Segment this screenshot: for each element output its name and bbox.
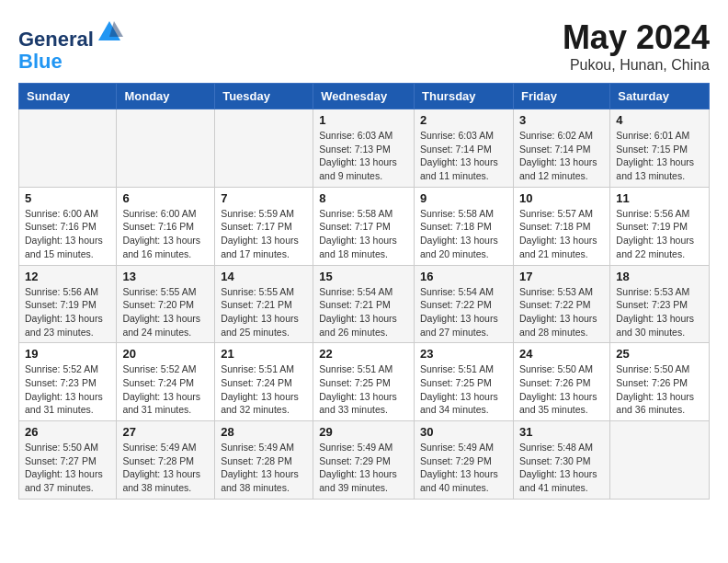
title-area: May 2024 Pukou, Hunan, China (563, 18, 710, 74)
day-number: 25 (616, 347, 703, 361)
day-number: 31 (519, 425, 604, 439)
day-info: Sunrise: 5:58 AMSunset: 7:18 PMDaylight:… (420, 207, 507, 261)
col-header-thursday: Thursday (415, 84, 514, 109)
day-number: 18 (616, 270, 703, 283)
day-info: Sunrise: 5:51 AMSunset: 7:24 PMDaylight:… (221, 362, 307, 417)
col-header-monday: Monday (117, 84, 215, 109)
day-info: Sunrise: 5:56 AMSunset: 7:19 PMDaylight:… (25, 285, 110, 339)
day-info: Sunrise: 5:58 AMSunset: 7:17 PMDaylight:… (319, 207, 408, 261)
day-info: Sunrise: 5:49 AMSunset: 7:28 PMDaylight:… (221, 441, 307, 495)
calendar-week-row: 1Sunrise: 6:03 AMSunset: 7:13 PMDaylight… (19, 109, 710, 188)
calendar-cell: 22Sunrise: 5:51 AMSunset: 7:25 PMDayligh… (313, 343, 415, 421)
calendar-cell: 21Sunrise: 5:51 AMSunset: 7:24 PMDayligh… (215, 343, 313, 421)
calendar-cell: 29Sunrise: 5:49 AMSunset: 7:29 PMDayligh… (313, 421, 415, 500)
day-info: Sunrise: 5:51 AMSunset: 7:25 PMDaylight:… (319, 362, 408, 417)
day-info: Sunrise: 6:03 AMSunset: 7:14 PMDaylight:… (420, 129, 507, 183)
calendar-cell: 13Sunrise: 5:55 AMSunset: 7:20 PMDayligh… (117, 265, 215, 343)
calendar-cell: 18Sunrise: 5:53 AMSunset: 7:23 PMDayligh… (610, 265, 710, 343)
day-info: Sunrise: 5:48 AMSunset: 7:30 PMDaylight:… (519, 441, 604, 495)
day-number: 29 (319, 425, 408, 439)
calendar-cell: 6Sunrise: 6:00 AMSunset: 7:16 PMDaylight… (117, 187, 215, 265)
calendar-cell: 2Sunrise: 6:03 AMSunset: 7:14 PMDaylight… (415, 109, 514, 188)
day-info: Sunrise: 6:00 AMSunset: 7:16 PMDaylight:… (25, 207, 110, 261)
day-number: 11 (616, 191, 703, 205)
calendar-cell: 3Sunrise: 6:02 AMSunset: 7:14 PMDaylight… (513, 109, 609, 188)
day-info: Sunrise: 5:53 AMSunset: 7:23 PMDaylight:… (616, 285, 703, 339)
calendar-cell: 24Sunrise: 5:50 AMSunset: 7:26 PMDayligh… (513, 343, 609, 421)
day-number: 22 (319, 347, 408, 361)
day-number: 13 (122, 270, 209, 283)
day-number: 16 (420, 270, 507, 283)
day-number: 15 (319, 270, 408, 283)
calendar-cell: 17Sunrise: 5:53 AMSunset: 7:22 PMDayligh… (513, 265, 609, 343)
day-number: 20 (122, 347, 209, 361)
day-number: 10 (519, 191, 604, 205)
calendar-cell: 23Sunrise: 5:51 AMSunset: 7:25 PMDayligh… (415, 343, 514, 421)
col-header-sunday: Sunday (19, 84, 117, 109)
day-info: Sunrise: 5:49 AMSunset: 7:29 PMDaylight:… (319, 441, 408, 495)
day-number: 9 (420, 191, 507, 205)
logo-icon (96, 18, 123, 46)
logo-general-text: General (18, 28, 94, 51)
day-info: Sunrise: 5:49 AMSunset: 7:29 PMDaylight:… (420, 441, 507, 495)
day-info: Sunrise: 5:49 AMSunset: 7:28 PMDaylight:… (122, 441, 209, 495)
day-info: Sunrise: 5:56 AMSunset: 7:19 PMDaylight:… (616, 207, 703, 261)
calendar-cell: 15Sunrise: 5:54 AMSunset: 7:21 PMDayligh… (313, 265, 415, 343)
day-number: 12 (25, 270, 110, 283)
calendar-cell: 31Sunrise: 5:48 AMSunset: 7:30 PMDayligh… (513, 421, 609, 500)
calendar-cell: 1Sunrise: 6:03 AMSunset: 7:13 PMDaylight… (313, 109, 415, 188)
calendar-cell: 26Sunrise: 5:50 AMSunset: 7:27 PMDayligh… (19, 421, 117, 500)
calendar-week-row: 12Sunrise: 5:56 AMSunset: 7:19 PMDayligh… (19, 265, 710, 343)
calendar-cell: 7Sunrise: 5:59 AMSunset: 7:17 PMDaylight… (215, 187, 313, 265)
calendar-cell: 25Sunrise: 5:50 AMSunset: 7:26 PMDayligh… (610, 343, 710, 421)
day-number: 27 (122, 425, 209, 439)
col-header-tuesday: Tuesday (215, 84, 313, 109)
day-number: 26 (25, 425, 110, 439)
day-number: 24 (519, 347, 604, 361)
calendar-cell: 9Sunrise: 5:58 AMSunset: 7:18 PMDaylight… (415, 187, 514, 265)
calendar-cell: 28Sunrise: 5:49 AMSunset: 7:28 PMDayligh… (215, 421, 313, 500)
day-info: Sunrise: 5:50 AMSunset: 7:26 PMDaylight:… (616, 362, 703, 417)
calendar-week-row: 19Sunrise: 5:52 AMSunset: 7:23 PMDayligh… (19, 343, 710, 421)
calendar-cell (215, 109, 313, 188)
day-info: Sunrise: 5:50 AMSunset: 7:26 PMDaylight:… (519, 362, 604, 417)
day-info: Sunrise: 6:01 AMSunset: 7:15 PMDaylight:… (616, 129, 703, 183)
page-header: General Blue May 2024 Pukou, Hunan, Chin… (18, 18, 710, 74)
day-number: 7 (221, 191, 307, 205)
day-number: 14 (221, 270, 307, 283)
day-info: Sunrise: 5:57 AMSunset: 7:18 PMDaylight:… (519, 207, 604, 261)
day-info: Sunrise: 6:00 AMSunset: 7:16 PMDaylight:… (122, 207, 209, 261)
calendar-cell: 8Sunrise: 5:58 AMSunset: 7:17 PMDaylight… (313, 187, 415, 265)
calendar-table: SundayMondayTuesdayWednesdayThursdayFrid… (18, 83, 710, 500)
day-number: 6 (122, 191, 209, 205)
calendar-cell: 4Sunrise: 6:01 AMSunset: 7:15 PMDaylight… (610, 109, 710, 188)
calendar-cell: 5Sunrise: 6:00 AMSunset: 7:16 PMDaylight… (19, 187, 117, 265)
day-info: Sunrise: 5:51 AMSunset: 7:25 PMDaylight:… (420, 362, 507, 417)
day-info: Sunrise: 5:55 AMSunset: 7:21 PMDaylight:… (221, 285, 307, 339)
day-number: 28 (221, 425, 307, 439)
calendar-cell: 19Sunrise: 5:52 AMSunset: 7:23 PMDayligh… (19, 343, 117, 421)
day-info: Sunrise: 5:52 AMSunset: 7:24 PMDaylight:… (122, 362, 209, 417)
day-number: 5 (25, 191, 110, 205)
day-number: 3 (519, 113, 604, 127)
day-number: 17 (519, 270, 604, 283)
col-header-saturday: Saturday (610, 84, 710, 109)
day-number: 30 (420, 425, 507, 439)
calendar-cell: 30Sunrise: 5:49 AMSunset: 7:29 PMDayligh… (415, 421, 514, 500)
day-info: Sunrise: 5:53 AMSunset: 7:22 PMDaylight:… (519, 285, 604, 339)
day-info: Sunrise: 5:52 AMSunset: 7:23 PMDaylight:… (25, 362, 110, 417)
calendar-cell: 10Sunrise: 5:57 AMSunset: 7:18 PMDayligh… (513, 187, 609, 265)
day-info: Sunrise: 6:03 AMSunset: 7:13 PMDaylight:… (319, 129, 408, 183)
location-subtitle: Pukou, Hunan, China (563, 57, 710, 74)
day-number: 1 (319, 113, 408, 127)
calendar-cell (19, 109, 117, 188)
calendar-cell: 11Sunrise: 5:56 AMSunset: 7:19 PMDayligh… (610, 187, 710, 265)
day-info: Sunrise: 6:02 AMSunset: 7:14 PMDaylight:… (519, 129, 604, 183)
day-info: Sunrise: 5:55 AMSunset: 7:20 PMDaylight:… (122, 285, 209, 339)
calendar-cell: 12Sunrise: 5:56 AMSunset: 7:19 PMDayligh… (19, 265, 117, 343)
logo: General Blue (18, 18, 123, 73)
day-number: 8 (319, 191, 408, 205)
day-number: 4 (616, 113, 703, 127)
calendar-cell (117, 109, 215, 188)
calendar-header-row: SundayMondayTuesdayWednesdayThursdayFrid… (19, 84, 710, 109)
